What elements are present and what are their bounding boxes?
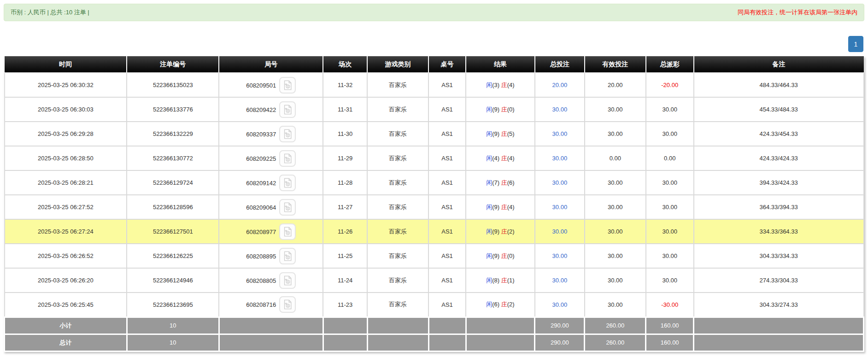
cell-time: 2025-03-25 06:27:24 xyxy=(5,219,127,244)
total-bet-link[interactable]: 30.00 xyxy=(552,179,568,186)
table-row: 2025-03-25 06:30:32522366135023608209501… xyxy=(5,73,864,97)
cell-result: 闲(9) 庄(4) xyxy=(466,195,535,219)
footer-valid-bet: 260.00 xyxy=(585,317,646,334)
banker-label: 庄 xyxy=(501,179,507,186)
cell-game-type: 百家乐 xyxy=(367,146,428,170)
video-replay-button[interactable] xyxy=(279,199,296,216)
column-header-2: 局号 xyxy=(219,56,323,73)
cell-remark: 424.33/424.33 xyxy=(694,146,864,170)
header-row: 时间注单编号局号场次游戏类别桌号结果总投注有效投注总派彩备注 xyxy=(5,56,864,73)
cell-remark: 304.33/334.33 xyxy=(694,244,864,268)
column-header-1: 注单编号 xyxy=(127,56,219,73)
total-bet-link[interactable]: 30.00 xyxy=(552,252,568,259)
cell-result: 闲(3) 庄(4) xyxy=(466,73,535,97)
cell-result: 闲(9) 庄(2) xyxy=(466,219,535,244)
table-row: 2025-03-25 06:30:03522366133776608209422… xyxy=(5,97,864,122)
cell-payout: -20.00 xyxy=(646,73,694,97)
cell-table-no: AS1 xyxy=(428,170,466,195)
cell-session: 11-31 xyxy=(323,97,367,122)
footer-empty-table xyxy=(428,317,466,334)
total-bet-link[interactable]: 30.00 xyxy=(552,204,568,211)
cell-time: 2025-03-25 06:28:21 xyxy=(5,170,127,195)
cell-bet-id: 522366126225 xyxy=(127,244,219,268)
cell-total-bet: 30.00 xyxy=(535,97,585,122)
video-replay-button[interactable] xyxy=(279,248,296,264)
cell-session: 11-23 xyxy=(323,293,367,317)
player-label: 闲 xyxy=(486,106,492,113)
banker-label: 庄 xyxy=(501,228,507,235)
column-header-6: 结果 xyxy=(466,56,535,73)
cell-session: 11-27 xyxy=(323,195,367,219)
footer-total-bet: 290.00 xyxy=(535,317,585,334)
total-bet-link[interactable]: 30.00 xyxy=(552,277,568,284)
cell-payout: 30.00 xyxy=(646,244,694,268)
total-bet-link[interactable]: 20.00 xyxy=(552,82,568,88)
round-number: 608208977 xyxy=(246,228,276,235)
cell-table-no: AS1 xyxy=(428,97,466,122)
round-number: 608208805 xyxy=(246,277,276,284)
table-row: 2025-03-25 06:28:50522366130772608209225… xyxy=(5,146,864,170)
cell-bet-id: 522366128596 xyxy=(127,195,219,219)
cell-table-no: AS1 xyxy=(428,146,466,170)
cell-session: 11-32 xyxy=(323,73,367,97)
video-replay-icon xyxy=(282,299,293,310)
video-replay-icon xyxy=(282,178,293,188)
cell-game-type: 百家乐 xyxy=(367,219,428,244)
banker-label: 庄 xyxy=(501,277,507,284)
total-bet-link[interactable]: 30.00 xyxy=(552,301,568,308)
column-header-7: 总投注 xyxy=(535,56,585,73)
video-replay-button[interactable] xyxy=(279,126,296,142)
valid-bet-notice-text: 同局有效投注，统一计算在该局第一张注单内 xyxy=(738,8,857,17)
video-replay-button[interactable] xyxy=(279,101,296,118)
cell-bet-id: 522366132229 xyxy=(127,122,219,146)
video-replay-button[interactable] xyxy=(279,175,296,191)
pagination-page-1-button[interactable]: 1 xyxy=(848,36,863,52)
video-replay-button[interactable] xyxy=(279,150,296,167)
cell-result: 闲(9) 庄(0) xyxy=(466,97,535,122)
total-bet-link[interactable]: 30.00 xyxy=(552,155,568,162)
cell-session: 11-25 xyxy=(323,244,367,268)
grand-total-row: 总计10290.00260.00160.00 xyxy=(5,334,864,351)
cell-total-bet: 30.00 xyxy=(535,244,585,268)
cell-total-bet: 30.00 xyxy=(535,293,585,317)
cell-round-id: 608209501 xyxy=(219,73,323,97)
total-bet-link[interactable]: 30.00 xyxy=(552,106,568,113)
footer-empty-result xyxy=(466,317,535,334)
footer-payout: 160.00 xyxy=(646,334,694,351)
cell-round-id: 608208805 xyxy=(219,268,323,293)
table-row: 2025-03-25 06:28:21522366129724608209142… xyxy=(5,170,864,195)
cell-result: 闲(4) 庄(4) xyxy=(466,146,535,170)
cell-bet-id: 522366127501 xyxy=(127,219,219,244)
video-replay-icon xyxy=(282,251,293,261)
video-replay-button[interactable] xyxy=(279,272,296,289)
player-label: 闲 xyxy=(486,301,492,308)
video-replay-button[interactable] xyxy=(279,77,296,94)
video-replay-button[interactable] xyxy=(279,223,296,240)
footer-count: 10 xyxy=(127,317,219,334)
cell-bet-id: 522366133776 xyxy=(127,97,219,122)
video-replay-icon xyxy=(282,105,293,115)
footer-empty-game xyxy=(367,317,428,334)
subtotal-row: 小计10290.00260.00160.00 xyxy=(5,317,864,334)
cell-result: 闲(6) 庄(2) xyxy=(466,293,535,317)
footer-empty-session xyxy=(323,334,367,351)
cell-total-bet: 20.00 xyxy=(535,73,585,97)
cell-game-type: 百家乐 xyxy=(367,170,428,195)
video-replay-button[interactable] xyxy=(279,296,296,313)
cell-game-type: 百家乐 xyxy=(367,293,428,317)
total-bet-link[interactable]: 30.00 xyxy=(552,228,568,235)
cell-valid-bet: 30.00 xyxy=(585,122,646,146)
table-row: 2025-03-25 06:27:52522366128596608209064… xyxy=(5,195,864,219)
banker-label: 庄 xyxy=(501,155,507,162)
cell-remark: 454.33/484.33 xyxy=(694,97,864,122)
footer-empty-table xyxy=(428,334,466,351)
round-number: 608209337 xyxy=(246,130,276,137)
cell-total-bet: 30.00 xyxy=(535,195,585,219)
banker-label: 庄 xyxy=(501,252,507,259)
footer-empty-round xyxy=(219,334,323,351)
cell-time: 2025-03-25 06:25:45 xyxy=(5,293,127,317)
total-bet-link[interactable]: 30.00 xyxy=(552,130,568,137)
round-number: 608209501 xyxy=(246,82,276,88)
cell-payout: 30.00 xyxy=(646,170,694,195)
table-row: 2025-03-25 06:25:45522366123695608208716… xyxy=(5,293,864,317)
